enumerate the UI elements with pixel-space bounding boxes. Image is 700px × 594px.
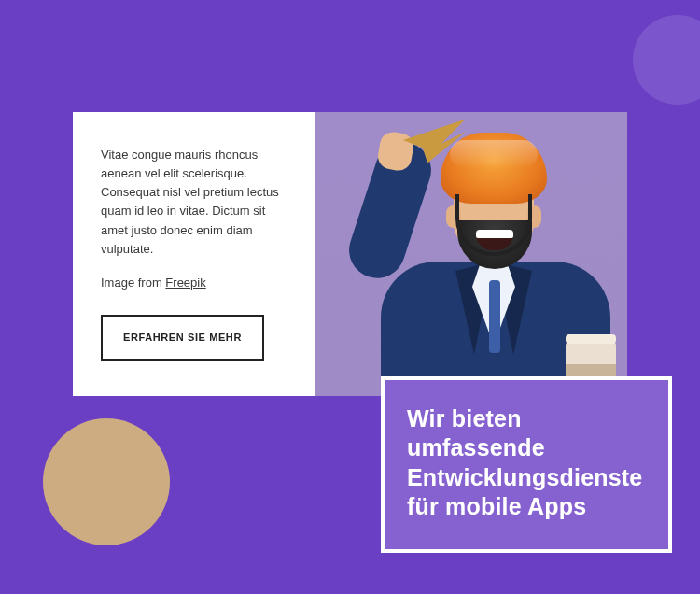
learn-more-button[interactable]: ERFAHREN SIE MEHR [101,315,264,361]
headline-callout: Wir bieten umfassende Entwicklungsdienst… [381,376,672,553]
image-credit: Image from Freepik [101,274,287,292]
image-credit-prefix: Image from [101,276,165,290]
image-credit-link[interactable]: Freepik [165,276,205,290]
callout-headline: Wir bieten umfassende Entwicklungsdienst… [407,404,646,521]
helmet-icon [441,133,547,204]
decorative-circle-bottom [43,418,170,545]
card-body-text: Vitae congue mauris rhoncus aenean vel e… [101,146,287,259]
card-image-panel [315,112,627,396]
cup-sleeve [566,364,616,377]
decorative-circle-top [633,15,700,105]
person-tie [489,280,500,353]
hero-card: Vitae congue mauris rhoncus aenean vel e… [73,112,627,396]
card-text-panel: Vitae congue mauris rhoncus aenean vel e… [73,112,315,396]
